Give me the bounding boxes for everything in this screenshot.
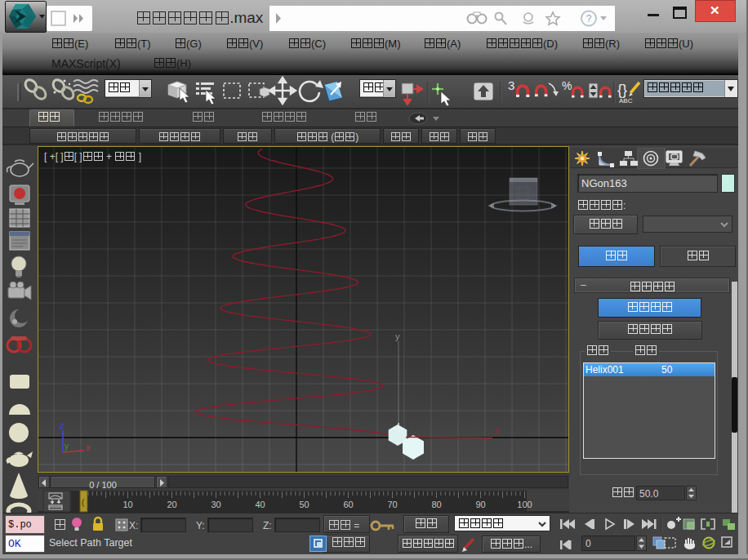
svg-text:y: y — [395, 331, 400, 341]
svg-text:X: X — [494, 427, 500, 436]
svg-text:70: 70 — [387, 500, 397, 509]
svg-text:3: 3 — [508, 78, 514, 92]
svg-text:100: 100 — [517, 500, 532, 509]
svg-text:{}: {} — [617, 82, 627, 98]
svg-text:x: x — [86, 442, 91, 452]
svg-text:90: 90 — [475, 500, 485, 509]
svg-text:50: 50 — [299, 500, 309, 509]
svg-text:%: % — [562, 79, 572, 92]
svg-text:40: 40 — [255, 500, 265, 509]
svg-text:z: z — [60, 420, 65, 430]
svg-text:?: ? — [586, 13, 592, 24]
svg-text:20: 20 — [167, 500, 176, 509]
svg-text:60: 60 — [343, 500, 353, 509]
svg-text:80: 80 — [431, 500, 441, 509]
svg-text:ABC: ABC — [619, 97, 633, 104]
svg-text:10: 10 — [122, 500, 132, 509]
svg-text:30: 30 — [211, 500, 220, 509]
svg-text:y: y — [65, 442, 69, 451]
